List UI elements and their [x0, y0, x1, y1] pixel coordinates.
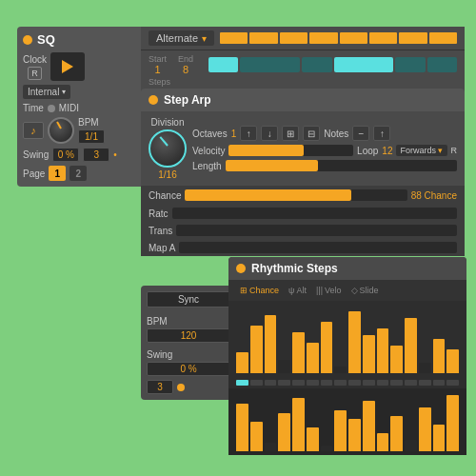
- bpm-value[interactable]: 1/1: [78, 129, 105, 144]
- step-arp-panel: Alternate Start 1 End 8: [141, 27, 465, 256]
- sync-btn[interactable]: Sync: [147, 291, 230, 307]
- dot-12: [390, 380, 403, 386]
- swing-value[interactable]: 0 %: [52, 148, 79, 162]
- chance-bar[interactable]: [185, 189, 351, 201]
- note-icon-btn[interactable]: ♪: [23, 122, 44, 139]
- time-midi-row: Time MIDI: [23, 103, 152, 113]
- div-value[interactable]: 3: [83, 148, 109, 162]
- octaves-row: Octaves 1 ↑ ↓ ⊞ ⊟ Notes − ↑: [192, 126, 457, 141]
- octaves-extra-btn[interactable]: ⊟: [303, 126, 320, 141]
- bar2-2: [250, 422, 263, 451]
- chance-value: 88 Chance: [411, 190, 457, 201]
- length-label: Length: [192, 161, 222, 171]
- sync-row: Sync: [147, 291, 230, 307]
- bar-3: [265, 315, 277, 373]
- start-value[interactable]: 1: [154, 64, 160, 75]
- chance-label: Chance: [149, 190, 181, 201]
- bar-12: [390, 346, 403, 373]
- bar-1: [236, 352, 248, 373]
- swing-sub-value[interactable]: 0 %: [147, 362, 230, 376]
- bar-2: [250, 326, 263, 373]
- bar2-11: [377, 433, 389, 451]
- division-knob-marker: [160, 136, 169, 146]
- dot-11: [377, 380, 389, 386]
- page-2-btn[interactable]: 2: [69, 166, 87, 181]
- end-value[interactable]: 8: [183, 64, 188, 75]
- dot-5: [292, 380, 305, 386]
- alternate-dropdown[interactable]: Alternate: [149, 30, 214, 46]
- tab-velo[interactable]: ||| Velo: [312, 284, 346, 297]
- octaves-label: Octaves: [192, 129, 228, 139]
- division-knob[interactable]: [149, 129, 187, 168]
- rhythmic-title: Rhythmic Steps: [251, 262, 338, 275]
- seq-block-4: [309, 32, 337, 44]
- start-label: Start: [149, 54, 167, 64]
- bar-chart-area: [228, 301, 466, 377]
- r-badge: R: [28, 67, 42, 80]
- time-label: Time: [23, 103, 44, 113]
- octaves-grid-btn[interactable]: ⊞: [282, 126, 299, 141]
- alternate-row: Alternate: [141, 27, 465, 50]
- bar-14: [419, 363, 431, 373]
- bar2-7: [321, 446, 333, 451]
- bar2-14: [419, 407, 431, 452]
- dot-4: [278, 380, 290, 386]
- dot-7: [321, 380, 333, 386]
- dot-14: [419, 380, 431, 386]
- octaves-value: 1: [231, 129, 237, 139]
- bpm-label: BPM: [78, 117, 105, 128]
- seq-block-1: [220, 32, 248, 44]
- bar-13: [405, 318, 417, 373]
- bar2-6: [307, 427, 319, 451]
- dot-8: [334, 380, 347, 386]
- bpm-sub-value[interactable]: 120: [147, 328, 230, 343]
- bar-8: [334, 367, 347, 373]
- notes-minus-btn[interactable]: −: [352, 126, 369, 141]
- seq-block-5: [340, 32, 367, 44]
- bar-6: [307, 343, 319, 373]
- bar2-13: [405, 440, 417, 451]
- bar2-5: [292, 398, 305, 451]
- bar-16: [446, 349, 459, 373]
- internal-dropdown[interactable]: Internal: [23, 85, 70, 99]
- sq-title-row: SQ: [23, 32, 152, 47]
- bar-15: [433, 339, 446, 373]
- sq-panel: SQ Clock R Internal Time MIDI ♪ BPM 1/1 …: [17, 27, 158, 187]
- map-bar[interactable]: [179, 242, 457, 253]
- octaves-down-btn[interactable]: ↓: [261, 126, 278, 141]
- trans-row: Trans: [141, 222, 465, 239]
- div-box-val[interactable]: 3: [147, 380, 173, 394]
- chance-section: Chance 88 Chance: [141, 186, 465, 205]
- tab-chance[interactable]: ⊞ Chance: [236, 284, 283, 297]
- page-1-btn[interactable]: 1: [49, 166, 66, 181]
- swing-label: Swing: [23, 149, 49, 160]
- forwards-dropdown[interactable]: Forwards: [396, 145, 446, 156]
- page-label: Page: [23, 169, 45, 179]
- map-row: Map A: [141, 239, 465, 256]
- length-bar[interactable]: [226, 160, 318, 171]
- dot-1: [236, 380, 248, 386]
- step-arp-header: Step Arp: [141, 89, 465, 111]
- sq-label: SQ: [37, 32, 55, 47]
- play-button[interactable]: [50, 52, 85, 81]
- swing-row: Swing 0 % 3 •: [23, 148, 152, 162]
- bpm-sub-row: BPM 120: [147, 311, 230, 343]
- bar-5: [292, 332, 305, 373]
- velocity-bar[interactable]: [228, 145, 303, 156]
- octaves-up-btn[interactable]: ↑: [240, 126, 257, 141]
- bpm-sub-label: BPM: [147, 316, 168, 327]
- clock-label: Clock: [23, 54, 47, 65]
- steps-label: Steps: [141, 75, 465, 89]
- r-label: R: [451, 146, 458, 155]
- arp-right-controls: Octaves 1 ↑ ↓ ⊞ ⊟ Notes − ↑ Velocity Loo…: [192, 126, 457, 171]
- notes-up-btn[interactable]: ↑: [373, 126, 390, 141]
- midi-label: MIDI: [59, 103, 79, 113]
- loop-value: 12: [382, 146, 392, 156]
- tab-alt[interactable]: ψ Alt: [285, 284, 310, 297]
- tab-slide[interactable]: ◇ Slide: [347, 284, 383, 297]
- swing-sub-label: Swing: [147, 349, 172, 360]
- ratchet-bar[interactable]: [172, 208, 457, 219]
- bpm-knob[interactable]: [48, 117, 74, 144]
- ratchet-label: Ratc: [149, 208, 169, 219]
- trans-bar[interactable]: [176, 225, 457, 236]
